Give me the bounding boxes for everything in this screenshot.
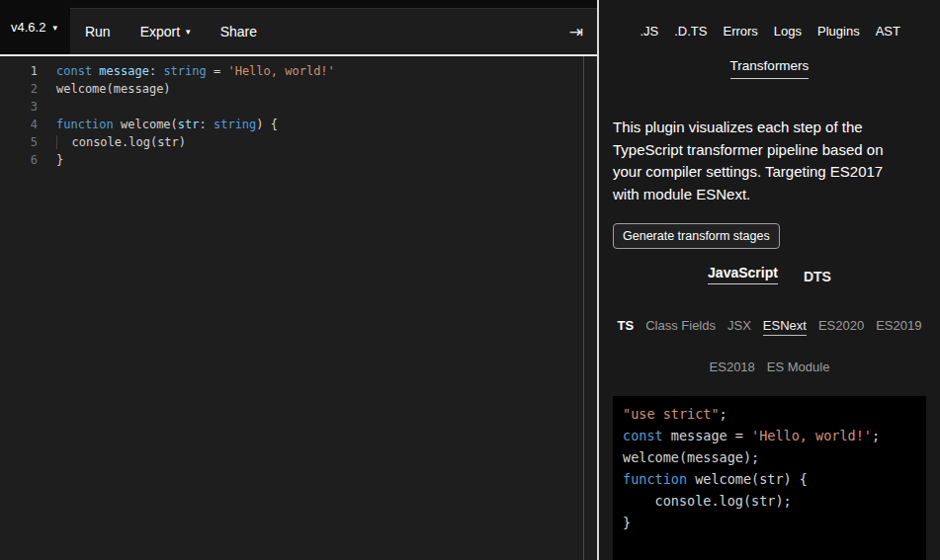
share-label: Share — [220, 24, 257, 40]
plugin-content: This plugin visualizes each step of the … — [599, 79, 940, 560]
stage-tab-ts[interactable]: TS — [618, 318, 635, 336]
code-token: "use strict" — [623, 406, 720, 422]
stage-tab-es2019[interactable]: ES2019 — [876, 318, 921, 336]
chevron-down-icon: ▾ — [186, 27, 191, 37]
typescript-playground: v4.6.2 ▾ RunExport▾Share ⇥ 1const messag… — [0, 0, 940, 560]
version-dropdown[interactable]: v4.6.2 ▾ — [0, 0, 70, 54]
toolbar-menu: RunExport▾Share ⇥ — [70, 8, 597, 54]
code-token: function — [56, 118, 114, 131]
run-label: Run — [85, 24, 111, 40]
output-code-line: const message = 'Hello, world!'; — [623, 425, 916, 446]
code-line-text: function welcome(str: string) { — [56, 116, 278, 133]
line-number[interactable]: 1 — [0, 62, 38, 80]
tab-transformers[interactable]: Transformers — [730, 58, 810, 79]
code-token: : — [149, 64, 163, 78]
line-number[interactable]: 5 — [0, 133, 38, 151]
tab-dts[interactable]: DTS — [804, 269, 831, 284]
code-token: 'Hello, world!' — [751, 428, 872, 443]
code-token: welcome(message); — [623, 449, 759, 465]
tab-logs[interactable]: Logs — [774, 24, 802, 39]
tab-ast[interactable]: AST — [876, 24, 900, 39]
editor-line[interactable]: 2welcome(message) — [0, 80, 597, 98]
code-token: ; — [872, 428, 880, 443]
version-label: v4.6.2 — [11, 20, 45, 35]
tab-javascript[interactable]: JavaScript — [708, 265, 778, 284]
tab-d-ts[interactable]: .D.TS — [674, 24, 707, 39]
editor-line[interactable]: 3 — [0, 98, 597, 116]
chevron-down-icon: ▾ — [52, 23, 57, 33]
editor-line[interactable]: 4function welcome(str: string) { — [0, 116, 597, 133]
export-label: Export — [140, 24, 180, 40]
code-token: ; — [720, 406, 727, 422]
editor-pane: v4.6.2 ▾ RunExport▾Share ⇥ 1const messag… — [0, 0, 597, 560]
plugin-description: This plugin visualizes each step of the … — [613, 117, 911, 205]
code-token: function — [623, 471, 687, 487]
code-line-text: console.log(str) — [56, 133, 186, 151]
transformed-code-block: "use strict";const message = 'Hello, wor… — [613, 396, 926, 560]
stage-tab-jsx[interactable]: JSX — [727, 318, 751, 336]
code-token: string — [163, 64, 206, 78]
code-token: const — [56, 64, 92, 78]
sidebar-tab-bar: .JS.D.TSErrorsLogsPluginsAST — [599, 0, 940, 39]
toolbar: v4.6.2 ▾ RunExport▾Share ⇥ — [0, 0, 597, 56]
stage-tab-es2018[interactable]: ES2018 — [710, 360, 755, 374]
code-token: ) { — [256, 118, 278, 131]
code-token: const — [623, 428, 663, 443]
code-token: welcome(message) — [56, 82, 171, 96]
code-editor[interactable]: 1const message: string = 'Hello, world!'… — [0, 56, 597, 560]
editor-line[interactable]: 1const message: string = 'Hello, world!' — [0, 62, 597, 80]
code-line-text: welcome(message) — [56, 80, 171, 98]
line-number[interactable]: 3 — [0, 98, 38, 116]
stage-tab-es-module[interactable]: ES Module — [767, 360, 830, 374]
stage-tab-es2020[interactable]: ES2020 — [818, 318, 864, 336]
line-number[interactable]: 6 — [0, 151, 38, 169]
run-button[interactable]: Run — [70, 9, 126, 54]
code-token: welcome( — [114, 118, 178, 131]
output-code-line: "use strict"; — [623, 403, 916, 425]
code-token: } — [623, 515, 631, 530]
editor-scrollbar[interactable] — [583, 56, 584, 560]
export-button[interactable]: Export▾ — [126, 9, 206, 54]
tab-js[interactable]: .JS — [640, 24, 658, 39]
indent-guide — [56, 135, 71, 149]
output-tabs: JavaScriptDTS — [613, 265, 926, 284]
sidebar-toggle-icon[interactable]: ⇥ — [555, 22, 597, 42]
output-code-line: } — [623, 512, 916, 533]
sidebar-tab-bar-row2: Transformers — [599, 39, 940, 79]
code-token: : — [200, 118, 214, 131]
code-token: } — [56, 153, 63, 167]
line-number[interactable]: 4 — [0, 116, 38, 133]
code-token: welcome(str) { — [687, 471, 808, 487]
code-token: 'Hello, world!' — [227, 64, 334, 78]
code-token: console.log(str) — [71, 135, 186, 149]
generate-transform-stages-button[interactable]: Generate transform stages — [613, 223, 780, 249]
stage-tab-esnext[interactable]: ESNext — [763, 318, 807, 336]
code-line-text: } — [56, 151, 63, 169]
share-button[interactable]: Share — [206, 9, 272, 54]
line-number[interactable]: 2 — [0, 80, 38, 98]
code-token: string — [214, 118, 256, 131]
editor-line[interactable]: 5 console.log(str) — [0, 133, 597, 151]
stage-tabs: TSClass FieldsJSXESNextES2020ES2019ES201… — [603, 318, 936, 374]
code-token: message — [99, 64, 149, 78]
output-code-line: console.log(str); — [623, 490, 916, 512]
code-token: str — [178, 118, 200, 131]
code-token: console.log(str); — [623, 493, 792, 509]
editor-line[interactable]: 6} — [0, 151, 597, 169]
code-token: = — [207, 64, 228, 78]
stage-tab-class-fields[interactable]: Class Fields — [645, 318, 716, 336]
code-token: message = — [663, 428, 751, 443]
output-code-line: welcome(message); — [623, 446, 916, 468]
output-code-line: function welcome(str) { — [623, 468, 916, 490]
code-line-text: const message: string = 'Hello, world!' — [56, 62, 335, 80]
tab-plugins[interactable]: Plugins — [817, 24, 860, 39]
sidebar-panel: .JS.D.TSErrorsLogsPluginsAST Transformer… — [599, 0, 940, 560]
tab-errors[interactable]: Errors — [723, 24, 757, 39]
menu-items: RunExport▾Share — [70, 9, 272, 54]
